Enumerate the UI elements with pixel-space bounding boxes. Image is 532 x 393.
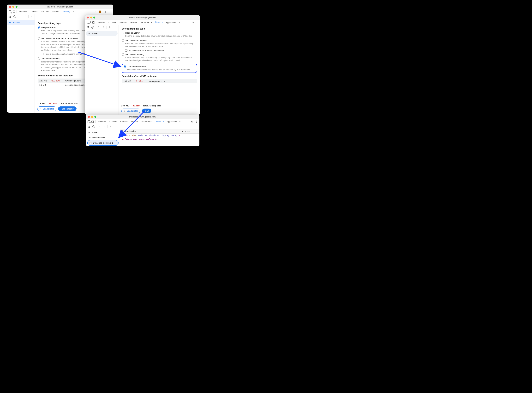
tab-bar: Elements Console Sources Network Perform… <box>86 119 199 124</box>
close-icon[interactable] <box>88 116 90 118</box>
toggle-device-icon[interactable] <box>90 20 94 24</box>
tab-application[interactable]: Application <box>165 119 178 124</box>
file-icon <box>89 142 92 144</box>
save-icon[interactable] <box>23 15 27 19</box>
sliders-icon <box>9 21 11 24</box>
save-icon[interactable] <box>102 125 106 129</box>
more-tabs-icon[interactable]: » <box>179 120 182 123</box>
inspect-icon[interactable] <box>86 20 90 24</box>
radio-heap[interactable] <box>122 32 124 34</box>
toggle-device-icon[interactable] <box>12 10 16 14</box>
sidebar-item-label: Profiles <box>92 32 98 34</box>
checkbox-stack-traces[interactable] <box>41 53 44 55</box>
option-alloc-timeline[interactable]: Allocations on timeline Record memory al… <box>122 39 197 52</box>
load-profile-button[interactable]: Load profile <box>37 106 56 111</box>
window-title: DevTools - www.google.com/ <box>86 116 199 118</box>
tab-console[interactable]: Console <box>108 119 119 124</box>
sidebar-item-profiles[interactable]: Profiles <box>86 130 120 135</box>
devtools-window-2: DevTools - www.google.com/ Elements Cons… <box>85 15 200 115</box>
radio-alloc[interactable] <box>122 39 124 42</box>
start-button[interactable]: Start <box>142 108 151 113</box>
issues-badge[interactable]: !1 <box>99 10 103 13</box>
titlebar[interactable]: DevTools - www.google.com/ <box>85 15 200 20</box>
total-heap-size: 13.0 MB <box>121 104 129 107</box>
zoom-icon[interactable] <box>93 17 95 19</box>
tab-sources[interactable]: Sources <box>118 20 128 25</box>
close-icon[interactable] <box>9 6 11 8</box>
sidebar-item-detached-1[interactable]: Detached elements 1 <box>87 140 119 146</box>
gc-icon[interactable] <box>109 125 113 129</box>
tab-memory[interactable]: Memory <box>155 119 165 124</box>
close-icon[interactable] <box>87 17 89 19</box>
option-alloc-sampling[interactable]: Allocation sampling Approximate memory a… <box>122 53 197 62</box>
settings-icon[interactable] <box>190 120 194 124</box>
option-heap-snapshot[interactable]: Heap snapshot See the memory distributio… <box>122 32 197 38</box>
titlebar[interactable]: DevTools - www.google.com/ <box>7 5 113 9</box>
more-tabs-icon[interactable]: » <box>72 10 75 13</box>
suboption-stack-traces[interactable]: Allocation stack traces (more overhead) <box>125 49 197 52</box>
gc-icon[interactable] <box>29 15 34 19</box>
radio-sampling[interactable] <box>122 53 124 56</box>
record-icon[interactable] <box>87 125 91 129</box>
minimize-icon[interactable] <box>12 6 14 8</box>
minimize-icon[interactable] <box>90 17 92 19</box>
gc-icon[interactable] <box>108 25 112 29</box>
traffic-lights <box>85 17 95 19</box>
tab-elements[interactable]: Elements <box>17 9 29 14</box>
record-icon[interactable] <box>8 15 12 19</box>
clear-icon[interactable] <box>92 125 96 129</box>
tab-console[interactable]: Console <box>107 20 118 25</box>
sidebar-item-profiles[interactable]: Profiles <box>86 31 118 36</box>
inspect-icon[interactable] <box>8 10 12 14</box>
tab-bar: Elements Console Sources Network Memory … <box>7 9 113 14</box>
warnings-badge[interactable]: ▲1 <box>94 11 98 13</box>
more-menu-icon[interactable] <box>195 20 199 24</box>
radio-heap[interactable] <box>38 26 40 29</box>
tab-performance[interactable]: Performance <box>139 20 154 25</box>
tab-network[interactable]: Network <box>128 20 139 25</box>
clear-icon[interactable] <box>91 25 95 29</box>
table-row[interactable]: ●<fake-element></fake-element> 1 <box>120 138 199 141</box>
radio-detached[interactable] <box>124 65 126 68</box>
tab-network[interactable]: Network <box>129 119 140 124</box>
save-icon[interactable] <box>101 25 106 29</box>
option-detached-elements[interactable]: Detached elements Detached elements show… <box>124 65 195 71</box>
tab-memory[interactable]: Memory <box>61 9 72 14</box>
tab-elements[interactable]: Elements <box>95 20 107 25</box>
detached-sidebar: Profiles Detached elements Detached elem… <box>86 129 120 146</box>
load-profile-button[interactable]: Load profile <box>121 108 140 113</box>
sidebar-heading-detached: Detached elements <box>86 135 120 140</box>
total-heap-label: Total JS heap size <box>59 102 77 105</box>
table-row[interactable]: ●<div style="position: absolute; display… <box>120 133 199 138</box>
tab-elements[interactable]: Elements <box>96 119 108 124</box>
zoom-icon[interactable] <box>94 116 96 118</box>
load-icon[interactable] <box>98 125 102 129</box>
load-icon[interactable] <box>97 25 101 29</box>
sidebar-item-profiles[interactable]: Profiles <box>7 20 34 25</box>
more-tabs-icon[interactable]: » <box>178 21 181 24</box>
checkbox-stack-traces[interactable] <box>125 49 127 52</box>
titlebar[interactable]: DevTools - www.google.com/ <box>86 115 199 119</box>
more-menu-icon[interactable] <box>108 10 112 14</box>
tab-console[interactable]: Console <box>29 9 40 14</box>
tab-network[interactable]: Network <box>50 9 61 14</box>
clear-icon[interactable] <box>13 15 17 19</box>
inspect-icon[interactable] <box>87 120 91 124</box>
more-menu-icon[interactable] <box>195 120 198 124</box>
settings-icon[interactable] <box>103 10 107 14</box>
toggle-device-icon[interactable] <box>91 120 95 124</box>
take-snapshot-button[interactable]: Take snapshot <box>58 106 77 111</box>
radio-sampling[interactable] <box>38 57 40 60</box>
zoom-icon[interactable] <box>15 6 18 8</box>
tab-sources[interactable]: Sources <box>119 119 129 124</box>
vm-row[interactable]: 13.0 MB 3.1 kB/s www.google.com <box>122 79 197 84</box>
tab-application[interactable]: Application <box>164 20 177 25</box>
tab-performance[interactable]: Performance <box>140 119 155 124</box>
settings-icon[interactable] <box>191 20 195 24</box>
tab-sources[interactable]: Sources <box>40 9 50 14</box>
tab-memory[interactable]: Memory <box>154 20 164 25</box>
radio-alloc[interactable] <box>38 37 40 39</box>
minimize-icon[interactable] <box>91 116 93 118</box>
record-icon[interactable] <box>86 25 90 29</box>
load-icon[interactable] <box>19 15 23 19</box>
